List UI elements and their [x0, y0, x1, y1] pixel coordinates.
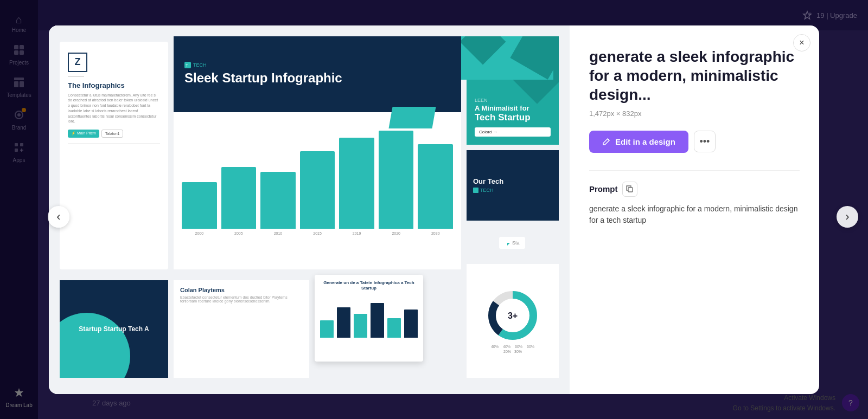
donut-chart: 3+	[486, 288, 540, 343]
popup-bar-4	[371, 303, 384, 338]
copy-icon	[626, 185, 633, 192]
logo-icon: Z	[68, 53, 87, 72]
section-title: Colan Playtems	[180, 287, 303, 293]
chart-label-5: 2019	[339, 231, 374, 235]
chart-labels: 2000 2005 2010 2015 2019 2020 2030	[182, 231, 453, 235]
chart-label-4: 2015	[300, 231, 335, 235]
tech-label: T TECH	[184, 62, 450, 68]
panel-dark-navy: Our Tech TECH	[467, 150, 559, 221]
popup-bar-2	[337, 307, 350, 338]
leen-label: LEEN	[475, 98, 551, 103]
modal-dimensions: 1,472px × 832px	[589, 109, 800, 118]
popup-title: Generate un de a Tatein Infographica a T…	[320, 280, 418, 292]
popup-bar-1	[320, 320, 334, 338]
panel-left-white: Z The Infographics Consectetur a iutus m…	[60, 42, 168, 269]
more-icon: •••	[699, 136, 710, 147]
infographic-subtitle: The Infographics	[68, 81, 160, 89]
copy-prompt-button[interactable]	[622, 182, 637, 197]
startup-title: Startup Startup Tech A	[79, 325, 149, 333]
teal-top-stripe	[461, 36, 553, 80]
prompt-header: Prompt	[589, 182, 800, 197]
chart-bar-5	[339, 138, 374, 228]
panel-popup: Generate un de a Tatein Infographica a T…	[315, 275, 423, 362]
modal-title: generate a sleek infographic for a moder…	[589, 47, 800, 104]
chevron-right-icon: ›	[845, 210, 849, 224]
our-tech-title: Our Tech	[473, 177, 552, 185]
svg-rect-17	[473, 188, 478, 193]
next-arrow[interactable]: ›	[837, 206, 858, 228]
popup-mini-bars	[320, 294, 418, 338]
infographic-container: Z The Infographics Consectetur a iutus m…	[49, 25, 570, 394]
modal-image-panel: Z The Infographics Consectetur a iutus m…	[49, 25, 570, 394]
chart-bar-1	[182, 182, 217, 229]
panel-center-top: T TECH Sleek Startup Infographic	[174, 36, 461, 112]
panel-donut: 3+ 40% 40% 60% 60% 20% 30%	[467, 264, 559, 378]
popup-bar-6	[404, 310, 418, 338]
popup-bar-3	[354, 314, 367, 338]
close-icon: ×	[799, 38, 804, 48]
tech-sub-label: TECH	[473, 188, 552, 193]
chart-label-6: 2020	[379, 231, 414, 235]
tech-startup-label: Tech Startup	[475, 112, 551, 123]
main-action-btn[interactable]: ⚡ Main Pitem	[68, 130, 99, 138]
infographic-description: Consectetur a iutus malmalefactorem. Any…	[68, 93, 160, 125]
chart-bar-4	[300, 151, 335, 229]
chart-bar-6	[379, 131, 414, 229]
chart-bars	[182, 120, 453, 229]
startup-text-overlay: Startup Startup Tech A	[71, 317, 157, 341]
infographic-collage: Z The Infographics Consectetur a iutus m…	[49, 25, 570, 394]
edit-in-design-button[interactable]: Edit in a design	[589, 131, 688, 153]
chart-label-2: 2005	[221, 231, 257, 235]
chart-bar-2	[221, 167, 257, 229]
panel-bottom-left: Startup Startup Tech A	[60, 280, 168, 378]
section-description: Ebactefactet consectetur elementum dos d…	[180, 295, 303, 303]
prompt-section: Prompt generate a sleek infographic for …	[589, 170, 800, 226]
chart-bar-7	[418, 144, 453, 229]
svg-text:T: T	[186, 63, 188, 68]
more-options-button[interactable]: •••	[694, 131, 716, 152]
modal-actions: Edit in a design •••	[589, 131, 800, 153]
teal-diagonal-accent	[388, 107, 436, 128]
prompt-text: generate a sleek infographic for a moder…	[589, 203, 800, 226]
secondary-btn[interactable]: Talaton1	[101, 130, 123, 138]
svg-rect-23	[628, 188, 633, 192]
chart-bar-3	[260, 172, 296, 229]
close-button[interactable]: ×	[793, 34, 810, 51]
colord-button[interactable]: Colord →	[475, 127, 551, 137]
chevron-left-icon: ‹	[56, 210, 60, 224]
panel-center-chart: 2000 2005 2010 2015 2019 2020 2030	[174, 112, 461, 269]
panel-center-main: T TECH Sleek Startup Infographic	[174, 36, 461, 269]
sta-label: Sta	[499, 237, 525, 249]
modal-overlay: ‹ › × Z The Infographics Consectetur a i…	[0, 0, 868, 419]
modal-right-panel: generate a sleek infographic for a moder…	[570, 25, 819, 394]
button-row: ⚡ Main Pitem Talaton1	[68, 130, 160, 138]
chart-label-1: 2000	[182, 231, 217, 235]
modal-dialog: × Z The Infographics Consectetur a iutus…	[49, 25, 819, 394]
chart-label-3: 2010	[260, 231, 296, 235]
panel-bottom-center: Colan Playtems Ebactefactet consectetur …	[174, 280, 309, 378]
popup-bar-5	[387, 318, 401, 338]
edit-button-label: Edit in a design	[615, 137, 675, 146]
main-infographic-title: Sleek Startup Infographic	[184, 70, 450, 86]
svg-text:3+: 3+	[508, 311, 518, 320]
prompt-label: Prompt	[589, 184, 618, 194]
chart-label-7: 2030	[418, 231, 453, 235]
minimalist-label: A Minimalisit for	[475, 104, 551, 112]
edit-icon	[602, 137, 611, 146]
prev-arrow[interactable]: ‹	[48, 206, 69, 228]
